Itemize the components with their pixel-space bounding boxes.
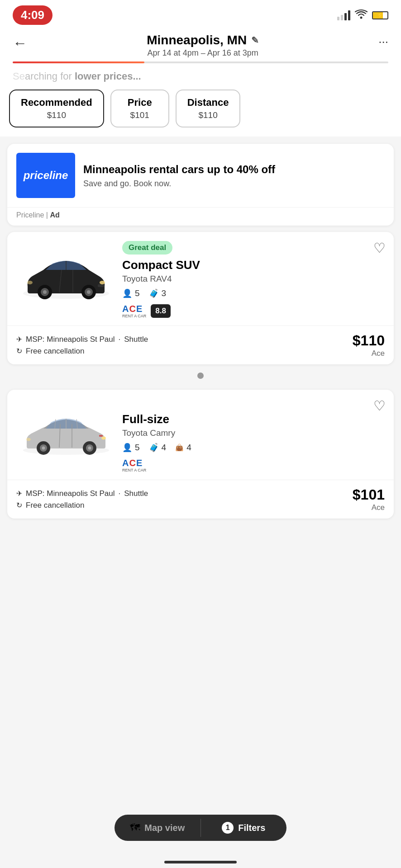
- car-card-bottom-1: ✈ MSP: Minneapolis St Paul · Shuttle ↻ F…: [7, 326, 394, 364]
- deal-badge-1: Great deal: [122, 241, 172, 255]
- svg-point-0: [360, 16, 363, 19]
- searching-bar: Searching for lower prices...: [0, 69, 401, 90]
- filter-badge: 1: [222, 822, 234, 834]
- plane-icon-1: ✈: [16, 335, 22, 344]
- bag-icon: 🧳: [149, 288, 159, 298]
- car-model-2: Toyota Camry: [122, 428, 385, 438]
- wifi-icon: [355, 9, 368, 22]
- person-icon: 👤: [122, 288, 132, 298]
- car-image-1: [16, 241, 116, 318]
- car-type-1: Compact SUV: [122, 258, 385, 272]
- bags-spec-2: 🧳 4: [149, 443, 167, 453]
- sort-tab-recommended[interactable]: Recommended $110: [9, 90, 104, 127]
- map-icon: 🗺: [130, 822, 140, 834]
- status-time: 4:09: [13, 5, 53, 25]
- status-bar: 4:09 ⚡: [0, 0, 401, 28]
- car-specs-2: 👤 5 🧳 4 👜 4: [122, 443, 385, 453]
- battery-icon: ⚡: [372, 11, 388, 19]
- car-card-1[interactable]: Great deal Compact SUV Toyota RAV4 👤 5 🧳…: [7, 232, 394, 364]
- car-model-1: Toyota RAV4: [122, 274, 385, 284]
- cancel-row-2: ↻ Free cancellation: [16, 501, 148, 510]
- sort-tabs: Recommended $110 Price $101 Distance $11…: [0, 90, 401, 137]
- svg-point-8: [87, 290, 91, 294]
- svg-rect-11: [98, 284, 104, 287]
- svg-point-20: [42, 446, 45, 449]
- svg-point-9: [100, 281, 105, 284]
- small-bag-icon: 👜: [175, 443, 184, 452]
- status-icons: ⚡: [337, 9, 388, 22]
- car-card-bottom-2: ✈ MSP: Minneapolis St Paul · Shuttle ↻ F…: [7, 480, 394, 519]
- progress-bar-container: [0, 58, 401, 69]
- price-block-1: $110 Ace: [353, 332, 385, 358]
- map-view-button[interactable]: 🗺 Map view: [115, 815, 200, 841]
- price-vendor-2: Ace: [353, 503, 385, 512]
- edit-icon[interactable]: ✎: [251, 35, 259, 46]
- filters-button[interactable]: 1 Filters: [201, 815, 287, 841]
- bag-icon-2: 🧳: [149, 443, 159, 453]
- location-row-1: ✈ MSP: Minneapolis St Paul · Shuttle: [16, 335, 148, 344]
- scroll-indicator: [7, 371, 394, 383]
- refresh-icon-2: ↻: [16, 501, 22, 509]
- bottom-bar: 🗺 Map view 1 Filters: [115, 815, 286, 841]
- progress-bar-fill: [13, 61, 144, 63]
- svg-point-5: [43, 290, 47, 294]
- cancel-row-1: ↻ Free cancellation: [16, 347, 148, 356]
- svg-point-24: [101, 436, 106, 439]
- sort-tab-distance[interactable]: Distance $110: [176, 90, 241, 127]
- location-row-2: ✈ MSP: Minneapolis St Paul · Shuttle: [16, 489, 148, 498]
- extra-bags-spec-2: 👜 4: [175, 443, 191, 453]
- person-icon-2: 👤: [122, 443, 132, 453]
- ace-logo-1: ACE RENT A CAR: [122, 304, 146, 318]
- rating-badge-1: 8.8: [151, 304, 171, 318]
- vendor-row-1: ACE RENT A CAR 8.8: [122, 304, 385, 318]
- svg-point-23: [88, 446, 91, 449]
- ad-card[interactable]: priceline Minneapolis rental cars up to …: [7, 144, 394, 226]
- car-price-1: $110: [353, 332, 385, 349]
- car-image-2: [16, 399, 116, 472]
- plane-icon-2: ✈: [16, 489, 22, 498]
- more-button[interactable]: ···: [378, 35, 388, 49]
- progress-bar-bg: [13, 61, 388, 63]
- map-view-label: Map view: [144, 823, 185, 833]
- car-type-2: Full-size: [122, 412, 385, 426]
- back-button[interactable]: ←: [13, 35, 27, 52]
- priceline-logo: priceline: [16, 153, 75, 198]
- vendor-row-2: ACE RENT A CAR: [122, 458, 385, 472]
- ad-headline: Minneapolis rental cars up to 40% off: [83, 162, 275, 176]
- svg-point-10: [27, 281, 33, 284]
- price-block-2: $101 Ace: [353, 486, 385, 512]
- ace-logo-2: ACE RENT A CAR: [122, 458, 146, 472]
- searching-text: Searching for lower prices...: [13, 71, 141, 82]
- svg-point-25: [26, 438, 31, 441]
- car-card-2[interactable]: Full-size Toyota Camry 👤 5 🧳 4 👜 4: [7, 390, 394, 519]
- refresh-icon-1: ↻: [16, 347, 22, 355]
- bags-spec-1: 🧳 3: [149, 288, 167, 298]
- home-indicator: [164, 861, 237, 863]
- seats-spec-1: 👤 5: [122, 288, 140, 298]
- signal-icon: [337, 10, 350, 20]
- car-price-2: $101: [353, 486, 385, 503]
- filters-label: Filters: [238, 823, 265, 833]
- header: ← Minneapolis, MN ✎ Apr 14 at 4pm – Apr …: [0, 28, 401, 58]
- favorite-button-2[interactable]: ♡: [373, 398, 386, 414]
- ad-subtext: Save and go. Book now.: [83, 179, 275, 189]
- ad-footer: Priceline | Ad: [7, 207, 394, 226]
- main-content: priceline Minneapolis rental cars up to …: [0, 137, 401, 526]
- svg-rect-26: [99, 435, 103, 437]
- sort-tab-price[interactable]: Price $101: [110, 90, 169, 127]
- scroll-dot: [197, 373, 204, 379]
- date-range: Apr 14 at 4pm – Apr 16 at 3pm: [147, 48, 259, 58]
- car-specs-1: 👤 5 🧳 3: [122, 288, 385, 298]
- price-vendor-1: Ace: [353, 349, 385, 358]
- location-title: Minneapolis, MN ✎: [147, 33, 259, 47]
- favorite-button-1[interactable]: ♡: [373, 240, 386, 256]
- seats-spec-2: 👤 5: [122, 443, 140, 453]
